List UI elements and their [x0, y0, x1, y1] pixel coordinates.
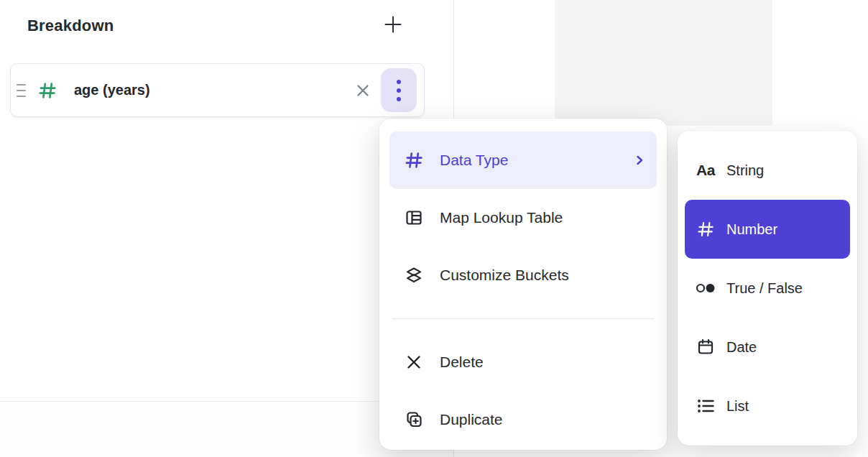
chart-placeholder	[555, 0, 772, 126]
calendar-icon	[695, 336, 716, 358]
chevron-right-icon	[634, 154, 645, 166]
data-type-submenu: Aa String Number True / False	[678, 131, 857, 446]
menu-item-label: Data Type	[440, 152, 508, 169]
menu-item-label: Customize Buckets	[440, 267, 569, 284]
menu-item-label: Map Lookup Table	[440, 209, 563, 226]
menu-item-label: Duplicate	[440, 411, 503, 428]
menu-item-data-type[interactable]: Data Type	[389, 131, 657, 189]
submenu-item-list[interactable]: List	[685, 377, 850, 435]
submenu-item-number[interactable]: Number	[685, 200, 850, 259]
add-breakdown-button[interactable]	[379, 11, 407, 38]
menu-divider	[392, 318, 654, 319]
drag-handle-icon[interactable]	[17, 84, 27, 97]
table-icon	[404, 208, 424, 228]
submenu-item-string[interactable]: Aa String	[685, 141, 850, 200]
submenu-item-true-false[interactable]: True / False	[685, 259, 850, 318]
breakdown-panel-screen: Breakdown age (years)	[0, 0, 868, 457]
menu-item-delete[interactable]: Delete	[389, 333, 657, 391]
toggle-circles-icon	[695, 277, 716, 299]
hash-icon	[695, 218, 716, 240]
list-icon	[695, 395, 716, 417]
breakdown-title: Breakdown	[27, 17, 114, 35]
kebab-icon	[397, 80, 401, 84]
hash-icon	[404, 150, 424, 170]
submenu-item-label: List	[726, 398, 749, 415]
submenu-item-label: String	[726, 162, 764, 179]
submenu-item-date[interactable]: Date	[685, 318, 850, 377]
number-hash-icon	[37, 80, 57, 101]
string-icon: Aa	[695, 160, 716, 181]
menu-item-label: Delete	[440, 354, 484, 371]
menu-item-map-lookup-table[interactable]: Map Lookup Table	[389, 189, 657, 246]
more-options-button[interactable]	[381, 68, 417, 112]
close-icon	[354, 82, 371, 99]
breakdown-property-label: age (years)	[74, 82, 150, 98]
submenu-item-label: True / False	[726, 280, 803, 297]
plus-icon	[382, 14, 404, 35]
breakdown-pill[interactable]: age (years)	[10, 63, 425, 117]
menu-item-customize-buckets[interactable]: Customize Buckets	[389, 246, 657, 304]
layers-icon	[404, 265, 424, 285]
breakdown-header: Breakdown	[27, 11, 425, 40]
context-menu: Data Type Map Lookup Table	[379, 119, 667, 450]
duplicate-icon	[404, 410, 424, 430]
menu-item-duplicate[interactable]: Duplicate	[389, 391, 657, 448]
x-icon	[404, 352, 424, 372]
submenu-item-label: Number	[726, 221, 777, 238]
remove-breakdown-button[interactable]	[351, 78, 375, 103]
submenu-item-label: Date	[726, 339, 757, 356]
